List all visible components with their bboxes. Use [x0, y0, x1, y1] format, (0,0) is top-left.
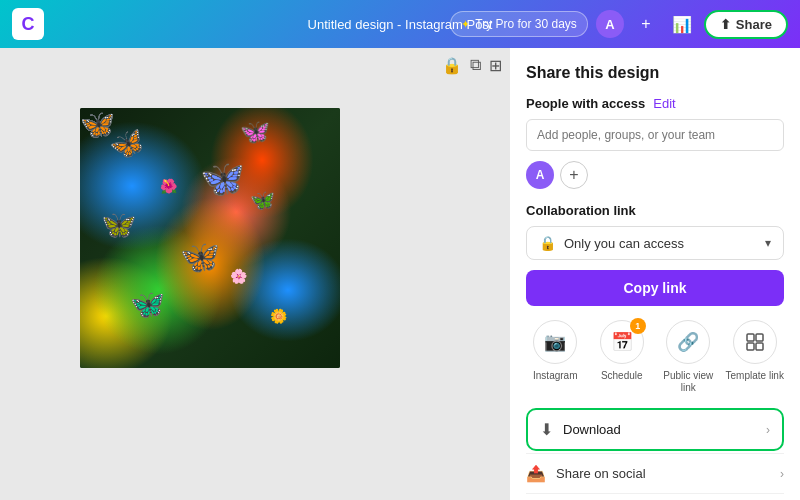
- header: C Untitled design - Instagram Post ✦ Try…: [0, 0, 800, 48]
- people-label: People with access: [526, 96, 645, 111]
- design-preview: 🌺 🌸 🌼: [80, 108, 340, 368]
- public-view-action[interactable]: 🔗 Public view link: [659, 320, 718, 394]
- flower-3: 🌼: [270, 308, 287, 324]
- template-link-icon: [733, 320, 777, 364]
- header-left: C: [12, 8, 44, 40]
- schedule-label: Schedule: [601, 370, 643, 382]
- access-avatars: A +: [526, 161, 784, 189]
- schedule-action[interactable]: 📅 1 Schedule: [593, 320, 652, 394]
- download-item[interactable]: ⬇ Download ›: [526, 408, 784, 451]
- download-left: ⬇ Download: [540, 420, 621, 439]
- chevron-down-icon: ▾: [765, 236, 771, 250]
- panel-title: Share this design: [526, 64, 784, 82]
- flower-1: 🌺: [160, 178, 177, 194]
- quick-actions: 📷 Instagram 📅 1 Schedule 🔗 Public view l…: [526, 320, 784, 394]
- people-input[interactable]: [526, 119, 784, 151]
- link-access-dropdown[interactable]: 🔒 Only you can access ▾: [526, 226, 784, 260]
- butterfly-background: 🌺 🌸 🌼: [80, 108, 340, 368]
- main-area: 🔒 ⧉ ⊞ 🌺 🌸 🌼 Share this design People: [0, 48, 800, 500]
- header-right: ✦ Try Pro for 30 days A + 📊 ⬆ Share: [450, 10, 788, 39]
- analytics-icon[interactable]: 📊: [668, 10, 696, 38]
- svg-rect-3: [756, 343, 763, 350]
- public-view-label: Public view link: [659, 370, 718, 394]
- canvas-toolbar: 🔒 ⧉ ⊞: [442, 56, 502, 75]
- people-section: People with access Edit: [526, 96, 784, 111]
- share-social-chevron-icon: ›: [780, 467, 784, 481]
- flower-2: 🌸: [230, 268, 247, 284]
- schedule-badge: 1: [630, 318, 646, 334]
- template-link-action[interactable]: Template link: [726, 320, 785, 394]
- share-panel: Share this design People with access Edi…: [510, 48, 800, 500]
- download-icon: ⬇: [540, 420, 553, 439]
- collab-label: Collaboration link: [526, 203, 784, 218]
- user-access-avatar: A: [526, 161, 554, 189]
- edit-link[interactable]: Edit: [653, 96, 675, 111]
- share-icon: ⬆: [720, 17, 731, 32]
- svg-rect-1: [756, 334, 763, 341]
- template-link-label: Template link: [726, 370, 784, 382]
- share-social-left: 📤 Share on social: [526, 464, 646, 483]
- download-chevron-icon: ›: [766, 423, 770, 437]
- add-button[interactable]: +: [632, 10, 660, 38]
- share-social-icon: 📤: [526, 464, 546, 483]
- lock-icon[interactable]: 🔒: [442, 56, 462, 75]
- instagram-icon: 📷: [533, 320, 577, 364]
- document-title: Untitled design - Instagram Post: [308, 17, 493, 32]
- share-social-item[interactable]: 📤 Share on social ›: [526, 453, 784, 493]
- svg-rect-0: [747, 334, 754, 341]
- lock-icon: 🔒: [539, 235, 556, 251]
- user-avatar[interactable]: A: [596, 10, 624, 38]
- public-view-icon: 🔗: [666, 320, 710, 364]
- canvas-area[interactable]: 🔒 ⧉ ⊞ 🌺 🌸 🌼: [0, 48, 510, 500]
- share-social-label: Share on social: [556, 466, 646, 481]
- share-label: Share: [736, 17, 772, 32]
- link-access-text: Only you can access: [564, 236, 684, 251]
- print-item[interactable]: 🖨 Print with Canva ›: [526, 493, 784, 500]
- schedule-icon: 📅 1: [600, 320, 644, 364]
- instagram-label: Instagram: [533, 370, 577, 382]
- share-button[interactable]: ⬆ Share: [704, 10, 788, 39]
- instagram-action[interactable]: 📷 Instagram: [526, 320, 585, 394]
- copy-link-button[interactable]: Copy link: [526, 270, 784, 306]
- grid-icon[interactable]: ⊞: [489, 56, 502, 75]
- link-dropdown-left: 🔒 Only you can access: [539, 235, 684, 251]
- download-label: Download: [563, 422, 621, 437]
- duplicate-icon[interactable]: ⧉: [470, 56, 481, 75]
- canva-logo: C: [12, 8, 44, 40]
- add-person-button[interactable]: +: [560, 161, 588, 189]
- svg-rect-2: [747, 343, 754, 350]
